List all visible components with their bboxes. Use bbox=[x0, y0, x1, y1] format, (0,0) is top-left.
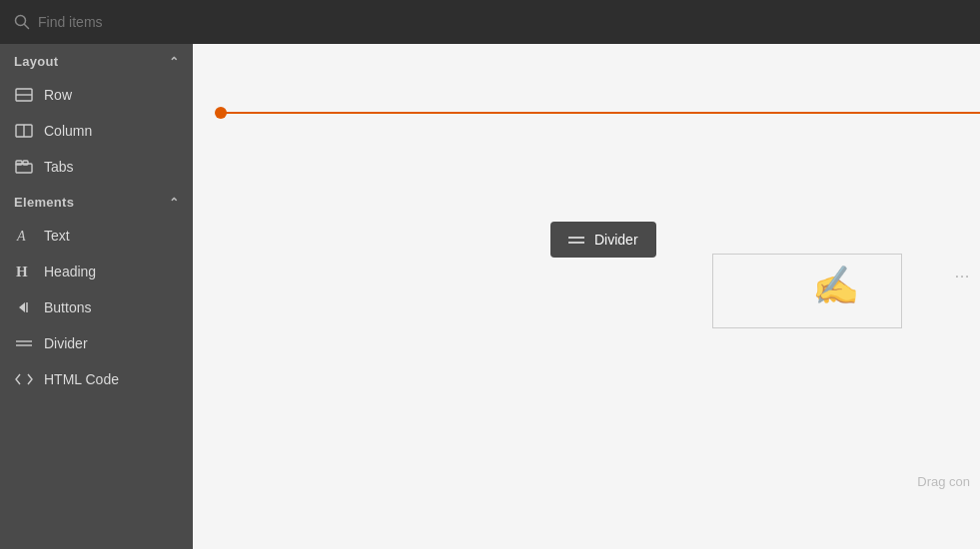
drop-zone bbox=[712, 254, 902, 328]
canvas-area: Divider ✍ … Drag con bbox=[193, 44, 980, 549]
sidebar-item-html-code[interactable]: HTML Code bbox=[0, 361, 193, 397]
sidebar-item-buttons[interactable]: Buttons bbox=[0, 289, 193, 325]
elements-section-header: Elements ⌃ bbox=[0, 185, 193, 218]
heading-icon: H bbox=[14, 264, 34, 279]
svg-marker-11 bbox=[19, 302, 25, 312]
svg-text:A: A bbox=[16, 229, 26, 244]
row-icon bbox=[14, 88, 34, 102]
divider-tooltip-label: Divider bbox=[594, 232, 638, 248]
sidebar-item-tabs-label: Tabs bbox=[44, 159, 74, 175]
sidebar-item-tabs[interactable]: Tabs bbox=[0, 149, 193, 185]
sidebar-item-column[interactable]: Column bbox=[0, 113, 193, 149]
layout-chevron-icon[interactable]: ⌃ bbox=[169, 55, 179, 69]
main-layout: Layout ⌃ Row Column bbox=[0, 44, 980, 549]
tabs-icon bbox=[14, 160, 34, 174]
text-icon: A bbox=[14, 228, 34, 244]
sidebar-item-buttons-label: Buttons bbox=[44, 299, 91, 315]
search-input[interactable] bbox=[38, 14, 966, 30]
column-icon bbox=[14, 124, 34, 138]
search-icon bbox=[14, 14, 30, 30]
sidebar-item-divider-label: Divider bbox=[44, 335, 88, 351]
svg-line-1 bbox=[25, 25, 29, 29]
divider-sidebar-icon bbox=[14, 337, 34, 349]
sidebar-item-column-label: Column bbox=[44, 123, 92, 139]
sidebar-item-text-label: Text bbox=[44, 228, 70, 244]
hand-cursor-icon: ✍ bbox=[812, 264, 859, 307]
divider-tooltip: Divider bbox=[550, 222, 656, 258]
svg-text:H: H bbox=[16, 264, 28, 279]
svg-rect-8 bbox=[23, 161, 28, 165]
layout-section-header: Layout ⌃ bbox=[0, 44, 193, 77]
sidebar: Layout ⌃ Row Column bbox=[0, 44, 193, 549]
sidebar-item-divider[interactable]: Divider bbox=[0, 325, 193, 361]
guide-dot bbox=[215, 107, 227, 119]
sidebar-item-heading-label: Heading bbox=[44, 264, 96, 279]
ellipsis-menu-dots[interactable]: … bbox=[954, 264, 972, 281]
elements-chevron-icon[interactable]: ⌃ bbox=[169, 196, 179, 210]
layout-section-label: Layout bbox=[14, 54, 58, 69]
divider-tooltip-icon bbox=[568, 237, 584, 244]
elements-section-label: Elements bbox=[14, 195, 74, 210]
sidebar-item-row[interactable]: Row bbox=[0, 77, 193, 113]
drag-content-text: Drag con bbox=[917, 474, 970, 489]
buttons-icon bbox=[14, 300, 34, 314]
search-bar bbox=[0, 0, 980, 44]
html-icon bbox=[14, 372, 34, 386]
sidebar-item-heading[interactable]: H Heading bbox=[0, 254, 193, 289]
sidebar-item-text[interactable]: A Text bbox=[0, 218, 193, 254]
svg-rect-7 bbox=[16, 161, 22, 165]
sidebar-item-html-label: HTML Code bbox=[44, 371, 119, 387]
guide-line bbox=[221, 112, 980, 114]
sidebar-item-row-label: Row bbox=[44, 87, 72, 103]
